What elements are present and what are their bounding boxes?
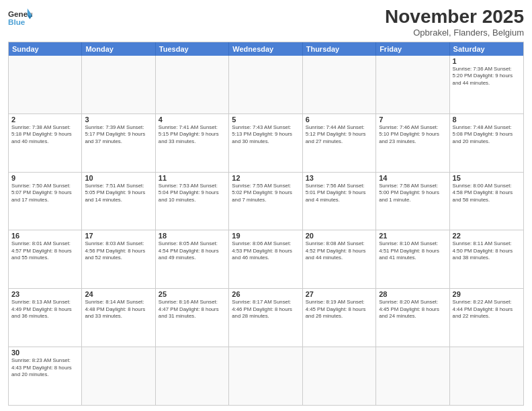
cal-cell-5-0: 30Sunrise: 8:23 AM Sunset: 4:43 PM Dayli… bbox=[9, 347, 82, 405]
day-number: 1 bbox=[453, 57, 521, 65]
day-number: 5 bbox=[232, 116, 299, 124]
cal-cell-3-6: 22Sunrise: 8:11 AM Sunset: 4:50 PM Dayli… bbox=[450, 230, 523, 288]
day-number: 28 bbox=[379, 290, 446, 298]
day-info: Sunrise: 7:48 AM Sunset: 5:08 PM Dayligh… bbox=[453, 124, 521, 146]
cal-cell-5-3 bbox=[229, 347, 302, 405]
day-info: Sunrise: 7:56 AM Sunset: 5:01 PM Dayligh… bbox=[306, 183, 373, 204]
cal-cell-3-5: 21Sunrise: 8:10 AM Sunset: 4:51 PM Dayli… bbox=[376, 230, 449, 288]
cal-cell-4-6: 29Sunrise: 8:22 AM Sunset: 4:44 PM Dayli… bbox=[450, 289, 523, 347]
cal-cell-1-1: 3Sunrise: 7:39 AM Sunset: 5:17 PM Daylig… bbox=[82, 114, 155, 172]
cal-cell-3-4: 20Sunrise: 8:08 AM Sunset: 4:52 PM Dayli… bbox=[303, 230, 376, 288]
day-info: Sunrise: 8:22 AM Sunset: 4:44 PM Dayligh… bbox=[453, 299, 521, 320]
page: General Blue November 2025 Opbrakel, Fla… bbox=[0, 0, 532, 411]
cal-cell-4-4: 27Sunrise: 8:19 AM Sunset: 4:45 PM Dayli… bbox=[303, 289, 376, 347]
weekday-friday: Friday bbox=[376, 42, 449, 56]
day-number: 2 bbox=[11, 116, 79, 124]
cal-row-2: 9Sunrise: 7:50 AM Sunset: 5:07 PM Daylig… bbox=[9, 173, 523, 231]
day-number: 19 bbox=[232, 232, 299, 240]
cal-cell-2-5: 14Sunrise: 7:58 AM Sunset: 5:00 PM Dayli… bbox=[376, 173, 449, 230]
day-info: Sunrise: 8:11 AM Sunset: 4:50 PM Dayligh… bbox=[453, 240, 521, 262]
day-number: 8 bbox=[453, 116, 521, 124]
day-number: 25 bbox=[159, 290, 226, 298]
calendar-header: Sunday Monday Tuesday Wednesday Thursday… bbox=[9, 42, 523, 56]
weekday-wednesday: Wednesday bbox=[229, 42, 302, 56]
day-number: 17 bbox=[85, 232, 152, 240]
cal-cell-4-2: 25Sunrise: 8:16 AM Sunset: 4:47 PM Dayli… bbox=[156, 289, 229, 347]
day-info: Sunrise: 7:43 AM Sunset: 5:13 PM Dayligh… bbox=[232, 124, 299, 146]
cal-cell-1-0: 2Sunrise: 7:38 AM Sunset: 5:18 PM Daylig… bbox=[9, 114, 82, 172]
subtitle: Opbrakel, Flanders, Belgium bbox=[385, 28, 524, 38]
cal-cell-5-1 bbox=[82, 347, 155, 405]
day-info: Sunrise: 8:05 AM Sunset: 4:54 PM Dayligh… bbox=[159, 240, 226, 262]
cal-cell-2-6: 15Sunrise: 8:00 AM Sunset: 4:58 PM Dayli… bbox=[450, 173, 523, 230]
day-number: 21 bbox=[379, 232, 446, 240]
cal-cell-1-2: 4Sunrise: 7:41 AM Sunset: 5:15 PM Daylig… bbox=[156, 114, 229, 172]
day-info: Sunrise: 8:14 AM Sunset: 4:48 PM Dayligh… bbox=[85, 299, 152, 320]
cal-cell-5-5 bbox=[376, 347, 449, 405]
cal-cell-0-4 bbox=[303, 56, 376, 113]
cal-cell-2-3: 12Sunrise: 7:55 AM Sunset: 5:02 PM Dayli… bbox=[229, 173, 302, 230]
day-info: Sunrise: 8:17 AM Sunset: 4:46 PM Dayligh… bbox=[232, 299, 299, 320]
cal-cell-2-1: 10Sunrise: 7:51 AM Sunset: 5:05 PM Dayli… bbox=[82, 173, 155, 230]
cal-cell-4-3: 26Sunrise: 8:17 AM Sunset: 4:46 PM Dayli… bbox=[229, 289, 302, 347]
day-info: Sunrise: 8:06 AM Sunset: 4:53 PM Dayligh… bbox=[232, 240, 299, 262]
day-number: 14 bbox=[379, 174, 446, 182]
day-info: Sunrise: 7:53 AM Sunset: 5:04 PM Dayligh… bbox=[159, 183, 226, 204]
weekday-monday: Monday bbox=[82, 42, 155, 56]
main-title: November 2025 bbox=[385, 7, 524, 28]
cal-row-1: 2Sunrise: 7:38 AM Sunset: 5:18 PM Daylig… bbox=[9, 114, 523, 173]
day-number: 9 bbox=[11, 174, 79, 182]
day-info: Sunrise: 8:13 AM Sunset: 4:49 PM Dayligh… bbox=[11, 299, 79, 320]
cal-cell-4-0: 23Sunrise: 8:13 AM Sunset: 4:49 PM Dayli… bbox=[9, 289, 82, 347]
day-number: 3 bbox=[85, 116, 152, 124]
weekday-sunday: Sunday bbox=[9, 42, 82, 56]
cal-cell-3-3: 19Sunrise: 8:06 AM Sunset: 4:53 PM Dayli… bbox=[229, 230, 302, 288]
cal-cell-0-6: 1Sunrise: 7:36 AM Sunset: 5:20 PM Daylig… bbox=[450, 56, 523, 113]
cal-cell-4-5: 28Sunrise: 8:20 AM Sunset: 4:45 PM Dayli… bbox=[376, 289, 449, 347]
day-number: 7 bbox=[379, 116, 446, 124]
day-info: Sunrise: 8:03 AM Sunset: 4:56 PM Dayligh… bbox=[85, 240, 152, 262]
cal-cell-3-2: 18Sunrise: 8:05 AM Sunset: 4:54 PM Dayli… bbox=[156, 230, 229, 288]
cal-cell-0-3 bbox=[229, 56, 302, 113]
day-number: 30 bbox=[11, 349, 79, 357]
day-info: Sunrise: 8:00 AM Sunset: 4:58 PM Dayligh… bbox=[453, 183, 521, 204]
day-info: Sunrise: 7:46 AM Sunset: 5:10 PM Dayligh… bbox=[379, 124, 446, 146]
cal-cell-0-0 bbox=[9, 56, 82, 113]
day-info: Sunrise: 8:08 AM Sunset: 4:52 PM Dayligh… bbox=[306, 240, 373, 262]
day-info: Sunrise: 8:16 AM Sunset: 4:47 PM Dayligh… bbox=[159, 299, 226, 320]
cal-cell-2-0: 9Sunrise: 7:50 AM Sunset: 5:07 PM Daylig… bbox=[9, 173, 82, 230]
cal-cell-5-2 bbox=[156, 347, 229, 405]
cal-row-0: 1Sunrise: 7:36 AM Sunset: 5:20 PM Daylig… bbox=[9, 56, 523, 114]
cal-cell-1-3: 5Sunrise: 7:43 AM Sunset: 5:13 PM Daylig… bbox=[229, 114, 302, 172]
day-number: 15 bbox=[453, 174, 521, 182]
cal-cell-3-0: 16Sunrise: 8:01 AM Sunset: 4:57 PM Dayli… bbox=[9, 230, 82, 288]
cal-row-4: 23Sunrise: 8:13 AM Sunset: 4:49 PM Dayli… bbox=[9, 289, 523, 347]
cal-row-3: 16Sunrise: 8:01 AM Sunset: 4:57 PM Dayli… bbox=[9, 230, 523, 289]
day-number: 13 bbox=[306, 174, 373, 182]
logo: General Blue bbox=[8, 7, 32, 27]
day-number: 23 bbox=[11, 290, 79, 298]
day-number: 24 bbox=[85, 290, 152, 298]
cal-cell-1-4: 6Sunrise: 7:44 AM Sunset: 5:12 PM Daylig… bbox=[303, 114, 376, 172]
day-info: Sunrise: 8:23 AM Sunset: 4:43 PM Dayligh… bbox=[11, 357, 79, 379]
header: General Blue November 2025 Opbrakel, Fla… bbox=[8, 7, 524, 38]
day-number: 10 bbox=[85, 174, 152, 182]
day-number: 22 bbox=[453, 232, 521, 240]
day-info: Sunrise: 7:39 AM Sunset: 5:17 PM Dayligh… bbox=[85, 124, 152, 146]
cal-cell-1-5: 7Sunrise: 7:46 AM Sunset: 5:10 PM Daylig… bbox=[376, 114, 449, 172]
calendar-body: 1Sunrise: 7:36 AM Sunset: 5:20 PM Daylig… bbox=[9, 56, 523, 405]
day-number: 26 bbox=[232, 290, 299, 298]
weekday-thursday: Thursday bbox=[303, 42, 376, 56]
day-info: Sunrise: 7:38 AM Sunset: 5:18 PM Dayligh… bbox=[11, 124, 79, 146]
cal-cell-5-6 bbox=[450, 347, 523, 405]
day-number: 27 bbox=[306, 290, 373, 298]
day-number: 20 bbox=[306, 232, 373, 240]
cal-cell-2-2: 11Sunrise: 7:53 AM Sunset: 5:04 PM Dayli… bbox=[156, 173, 229, 230]
day-info: Sunrise: 8:01 AM Sunset: 4:57 PM Dayligh… bbox=[11, 240, 79, 262]
title-block: November 2025 Opbrakel, Flanders, Belgiu… bbox=[385, 7, 524, 38]
cal-row-5: 30Sunrise: 8:23 AM Sunset: 4:43 PM Dayli… bbox=[9, 347, 523, 405]
weekday-tuesday: Tuesday bbox=[156, 42, 229, 56]
day-info: Sunrise: 7:44 AM Sunset: 5:12 PM Dayligh… bbox=[306, 124, 373, 146]
day-info: Sunrise: 7:50 AM Sunset: 5:07 PM Dayligh… bbox=[11, 183, 79, 204]
day-number: 11 bbox=[159, 174, 226, 182]
